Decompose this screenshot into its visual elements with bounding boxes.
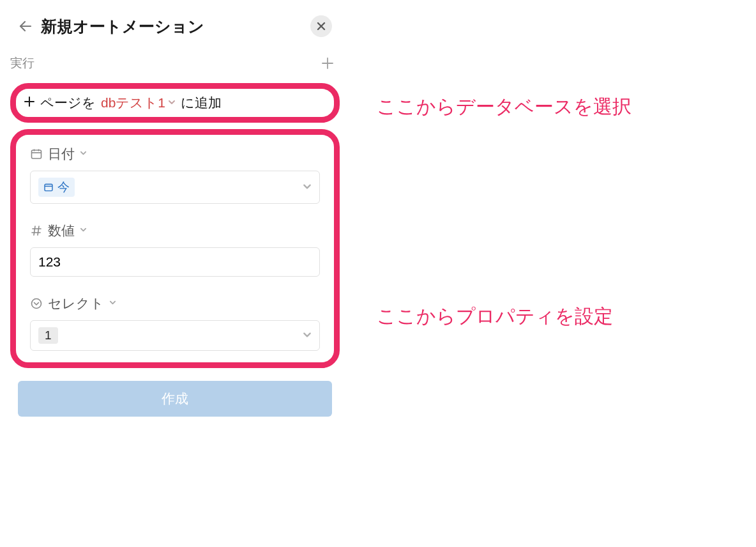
svg-point-17 xyxy=(32,299,42,309)
calendar-icon xyxy=(30,148,43,160)
chevron-down-icon xyxy=(80,150,87,158)
db-name: dbテスト1 xyxy=(101,94,165,112)
property-number: 数値 xyxy=(30,222,320,277)
section-label: 実行 xyxy=(10,55,34,72)
db-prefix-text: ページを xyxy=(40,94,96,112)
property-number-input[interactable] xyxy=(30,247,320,277)
property-select-field[interactable]: 1 xyxy=(30,320,320,351)
add-action-icon[interactable] xyxy=(321,56,335,70)
select-icon xyxy=(30,297,43,310)
property-date: 日付 今 xyxy=(30,145,320,204)
svg-rect-7 xyxy=(32,150,42,158)
panel-title: 新規オートメーション xyxy=(41,16,303,37)
chevron-down-icon xyxy=(303,182,312,193)
hash-icon xyxy=(30,224,43,237)
property-date-text: 日付 xyxy=(48,145,75,163)
property-select-text: セレクト xyxy=(48,295,104,312)
back-arrow-icon[interactable] xyxy=(18,19,33,34)
chevron-down-icon xyxy=(80,226,87,235)
chevron-down-icon xyxy=(109,299,116,308)
calendar-icon xyxy=(43,182,54,192)
svg-line-15 xyxy=(34,226,35,235)
property-date-label[interactable]: 日付 xyxy=(30,145,320,163)
svg-line-16 xyxy=(38,226,39,235)
chevron-down-icon xyxy=(168,98,176,108)
annotation-props: ここからプロパティを設定 xyxy=(377,298,613,334)
chevron-down-icon xyxy=(303,330,312,341)
property-date-field[interactable]: 今 xyxy=(30,171,320,204)
property-select-label[interactable]: セレクト xyxy=(30,295,320,312)
date-chip: 今 xyxy=(38,178,75,197)
annotation-db: ここからデータベースを選択 xyxy=(377,88,631,125)
db-selector[interactable]: dbテスト1 xyxy=(101,94,176,112)
date-chip-text: 今 xyxy=(57,179,70,196)
panel-header: 新規オートメーション xyxy=(10,13,340,40)
property-number-label[interactable]: 数値 xyxy=(30,222,320,240)
property-select: セレクト 1 xyxy=(30,295,320,351)
select-chip: 1 xyxy=(38,327,58,344)
section-row: 実行 xyxy=(10,55,335,72)
close-button[interactable] xyxy=(310,15,332,37)
select-chip-text: 1 xyxy=(45,328,52,343)
plus-icon xyxy=(24,95,35,111)
create-button[interactable]: 作成 xyxy=(18,381,332,417)
svg-rect-11 xyxy=(45,184,52,190)
db-highlight-box: ページを dbテスト1 に追加 xyxy=(10,83,340,123)
automation-panel: 新規オートメーション 実行 ページを dbテスト1 に追加 xyxy=(0,0,350,429)
db-suffix-text: に追加 xyxy=(181,94,222,112)
properties-highlight-box: 日付 今 xyxy=(10,129,340,368)
add-page-to-db-row[interactable]: ページを dbテスト1 に追加 xyxy=(16,89,334,117)
property-number-text: 数値 xyxy=(48,222,75,240)
